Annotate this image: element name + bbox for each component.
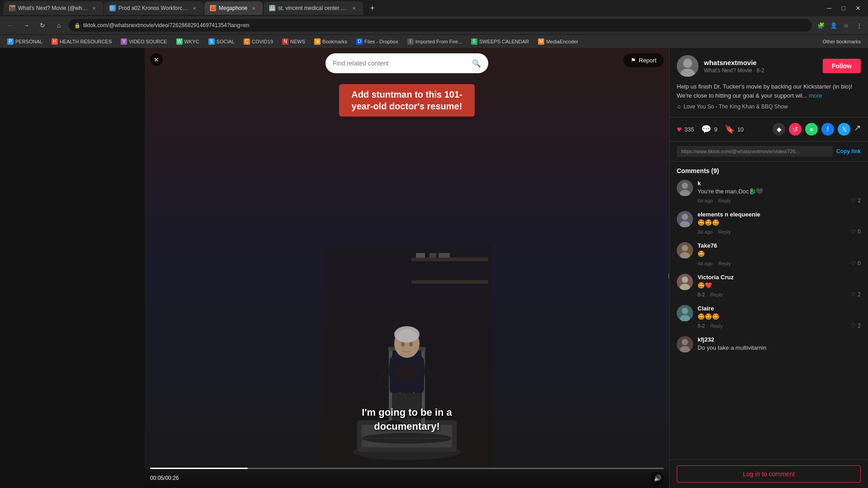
commenter-name-4: Victoria Cruz (698, 274, 861, 281)
bookmark-social[interactable]: S SOCIAL (205, 38, 238, 46)
bookmark-news[interactable]: N NEWS (278, 38, 309, 46)
heart-icon: ♥ (677, 125, 682, 134)
comment-text-3: 🤩 (698, 250, 861, 258)
bookmark-star[interactable]: ☆ (841, 20, 852, 31)
profile-name: whatsnextmovie (704, 59, 817, 66)
bookmark-icon-bookmarks: ★ (314, 38, 321, 45)
profile-info: whatsnextmovie What's Next? Movie · 8-2 (704, 59, 817, 74)
volume-button[interactable]: 🔊 (651, 472, 664, 484)
comment-like-2[interactable]: ♡ 0 (851, 229, 861, 235)
progress-bar[interactable] (150, 468, 664, 469)
share-more-icon[interactable]: ↗ (854, 123, 861, 136)
tab-title-3: Megaphone (219, 5, 247, 11)
commenter-avatar-1 (677, 180, 693, 196)
actions-row: ♥ 335 💬 9 🔖 10 ◆ ↺ ● f 𝕏 ↗ (670, 117, 868, 141)
tab-close-2[interactable]: ✕ (191, 5, 198, 12)
extensions-button[interactable]: 🧩 (816, 20, 826, 31)
comment-reply-5[interactable]: Reply (710, 323, 723, 328)
comment-action[interactable]: 💬 9 (701, 124, 717, 134)
commenter-avatar-6 (677, 336, 693, 352)
like-action[interactable]: ♥ 335 (677, 125, 694, 134)
comment-reply-3[interactable]: Reply (718, 261, 731, 266)
follow-button[interactable]: Follow (823, 59, 861, 73)
settings-button[interactable]: ⋮ (854, 20, 864, 31)
svg-rect-4 (429, 253, 436, 258)
comment-reply-1[interactable]: Reply (718, 198, 731, 203)
comment-like-4[interactable]: ♡ 2 (851, 291, 861, 298)
comment-item: k You're the man,Doc🐉🖤 6d ago Reply ♡ 2 (677, 180, 861, 204)
bookmark-sweeps[interactable]: S SWEEPS CALENDAR (467, 38, 533, 46)
tab-close-4[interactable]: ✕ (350, 5, 358, 12)
report-button[interactable]: ⚑ Report (623, 53, 664, 67)
bookmark-dropbox[interactable]: D Files - Dropbox (353, 38, 402, 46)
commenter-avatar-2 (677, 211, 693, 227)
comment-time-3: 4d ago (698, 261, 713, 266)
video-next-button[interactable]: ⌄ (668, 268, 669, 284)
forward-button[interactable]: → (20, 19, 33, 32)
profile-button[interactable]: 👤 (828, 20, 839, 31)
tab-close-3[interactable]: ✕ (250, 5, 257, 12)
bookmark-health[interactable]: H HEALTH RESOURCES (48, 38, 115, 46)
bookmark-personal[interactable]: P PERSONAL (4, 38, 46, 46)
bookmark-action[interactable]: 🔖 10 (725, 124, 744, 134)
bookmark-icon: 🔖 (725, 124, 735, 134)
bookmark-mediaencoder[interactable]: M MediaEncoder (534, 38, 582, 46)
refresh-button[interactable]: ↻ (36, 19, 49, 32)
tab-title-4: st. vincent medical center clevel... (278, 5, 348, 11)
bookmark-icon-personal: P (7, 38, 14, 45)
commenter-name-5: Claire (698, 305, 861, 312)
bookmarks-count: 10 (737, 126, 744, 133)
tab-whatsnextmovie[interactable]: 🎬 What's Next? Movie (@wha... ✕ (4, 1, 103, 15)
tab-close-1[interactable]: ✕ (90, 5, 98, 12)
video-container: ✕ 🔍 ⚑ Report (145, 48, 669, 488)
share-repost[interactable]: ↺ (789, 123, 802, 136)
bookmark-wkyc[interactable]: W WKYC (173, 38, 203, 46)
nav-bar: ← → ↻ ⌂ 🔒 tiktok.com/@whatsnextmovie/vid… (0, 16, 868, 34)
maximize-button[interactable]: □ (837, 2, 850, 14)
comment-like-1[interactable]: ♡ 2 (851, 197, 861, 204)
bookmark-covid[interactable]: C COVID19 (240, 38, 277, 46)
bookmark-imported[interactable]: I Imported From Fire... (404, 38, 466, 46)
comment-reply-4[interactable]: Reply (710, 292, 723, 297)
comment-text-6: Do you take a multivitamin (698, 344, 861, 352)
progress-info: 00:05/00:26 🔊 (150, 472, 664, 484)
close-button[interactable]: ✕ (150, 53, 163, 66)
bookmark-icon-social: S (208, 38, 215, 45)
svg-point-35 (682, 214, 688, 220)
comment-content-2: elements n elequeenie 🤩🤩🤩 3d ago Reply ♡… (698, 211, 861, 235)
url-bar[interactable]: 🔒 tiktok.com/@whatsnextmovie/video/72628… (69, 19, 812, 32)
profile-sub: What's Next? Movie · 8-2 (704, 67, 817, 74)
close-window-button[interactable]: ✕ (852, 2, 864, 14)
new-tab-button[interactable]: + (366, 2, 378, 14)
comment-reply-2[interactable]: Reply (718, 229, 731, 235)
bookmark-other[interactable]: Other bookmarks (819, 38, 864, 45)
tab-megaphone[interactable]: 📣 Megaphone ✕ (204, 1, 263, 15)
svg-point-20 (401, 342, 405, 347)
login-to-comment-button[interactable]: Log in to comment (677, 465, 861, 483)
svg-point-47 (682, 339, 688, 345)
minimize-button[interactable]: ─ (823, 2, 835, 14)
bookmark-video[interactable]: V VIDEO SOURCE (117, 38, 170, 46)
bookmark-bookmarks[interactable]: ★ Bookmarks (311, 38, 351, 46)
copy-link-button[interactable]: Copy link (836, 148, 861, 155)
back-button[interactable]: ← (4, 19, 16, 32)
share-twitter[interactable]: 𝕏 (838, 123, 850, 136)
svg-rect-5 (439, 253, 450, 258)
comment-text-5: 🤩🤩🤩 (698, 313, 861, 321)
tab-kronos[interactable]: ⚙ Prod a02 Kronos Workforce Cer... ✕ (104, 1, 203, 15)
home-button[interactable]: ⌂ (52, 19, 65, 32)
comment-item: Take76 🤩 4d ago Reply ♡ 0 (677, 242, 861, 266)
search-icon[interactable]: 🔍 (472, 59, 481, 68)
video-progress-container: 00:05/00:26 🔊 (145, 464, 669, 488)
share-facebook[interactable]: f (821, 123, 834, 136)
video-frame[interactable]: Add stuntman to this 101-year-old doctor… (145, 48, 669, 488)
avatar (677, 55, 698, 77)
more-link[interactable]: more (809, 92, 822, 99)
share-whatsapp[interactable]: ● (805, 123, 818, 136)
comment-like-5[interactable]: ♡ 2 (851, 323, 861, 329)
tab-stvincent[interactable]: 🏥 st. vincent medical center clevel... ✕ (264, 1, 363, 15)
comment-like-3[interactable]: ♡ 0 (851, 260, 861, 267)
bookmark-icon-mediaencoder: M (538, 38, 544, 45)
share-tiktok[interactable]: ◆ (773, 123, 785, 136)
search-input[interactable] (333, 60, 468, 67)
